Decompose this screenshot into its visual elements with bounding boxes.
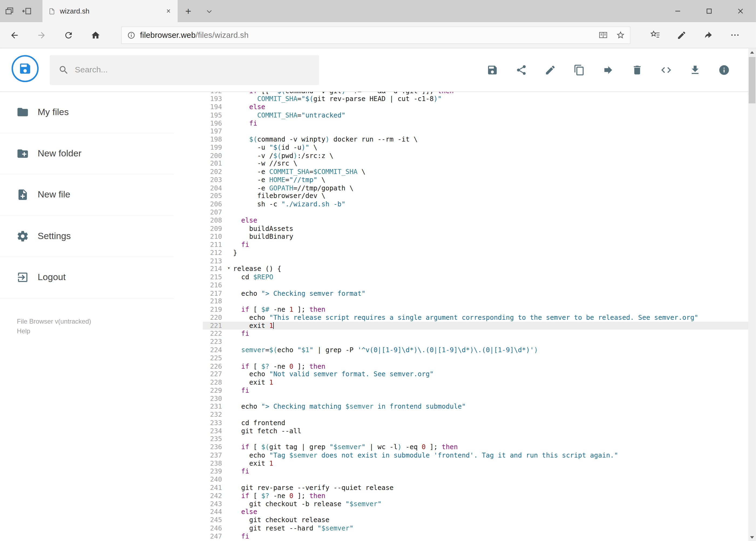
code-line[interactable]: 206 sh -c "./wizard.sh -b" (203, 200, 748, 208)
code-line[interactable]: 246 git reset --hard "$semver" (203, 524, 748, 532)
info-button[interactable] (718, 64, 730, 76)
code-line[interactable]: 237 echo "Tag $semver does not exist in … (203, 451, 748, 459)
more-actions-button[interactable] (725, 25, 745, 45)
back-button[interactable] (5, 25, 24, 45)
home-button[interactable] (86, 25, 105, 45)
code-line[interactable]: 193 COMMIT_SHA="$(git rev-parse HEAD | c… (203, 95, 748, 103)
search-box[interactable] (50, 55, 319, 85)
code-line[interactable]: 198 $(command -v winpty) docker run --rm… (203, 135, 748, 144)
window-close-button[interactable] (725, 0, 756, 22)
code-line[interactable]: 229 fi (203, 386, 748, 394)
code-editor[interactable]: 192 if [[ "$(command -v git)" != "" && -… (203, 92, 748, 541)
code-line[interactable]: 208 else (203, 216, 748, 225)
code-line[interactable]: 195 COMMIT_SHA="untracked" (203, 111, 748, 119)
tabs-you-set-aside-button[interactable] (0, 0, 18, 22)
share-button[interactable] (698, 25, 718, 45)
forward-button[interactable] (32, 25, 51, 45)
code-line[interactable]: 230 (203, 394, 748, 402)
refresh-button[interactable] (59, 25, 78, 45)
help-link[interactable]: Help (17, 326, 91, 336)
download-button[interactable] (689, 64, 701, 76)
code-line[interactable]: 234 git fetch --all (203, 427, 748, 435)
code-line[interactable]: 236 if [ $(git tag | grep "$semver" | wc… (203, 443, 748, 451)
code-line[interactable]: 233 cd frontend (203, 419, 748, 427)
reading-view-button[interactable] (594, 27, 612, 43)
web-note-button[interactable] (671, 25, 692, 45)
code-line[interactable]: 239 fi (203, 467, 748, 475)
code-line[interactable]: 200 -v /$(pwd):/src:z \ (203, 152, 748, 160)
code-line[interactable]: 196 fi (203, 119, 748, 127)
code-line[interactable]: 192 if [[ "$(command -v git)" != "" && -… (203, 92, 748, 95)
code-button[interactable] (660, 64, 672, 76)
code-line[interactable]: 225 (203, 354, 748, 362)
code-line[interactable]: 212} (203, 249, 748, 257)
code-line[interactable]: 209 buildAssets (203, 225, 748, 233)
site-info-button[interactable] (123, 27, 140, 43)
code-line[interactable]: 242 if [ $? -ne 0 ]; then (203, 492, 748, 500)
delete-button[interactable] (631, 64, 643, 76)
scrollbar-thumb[interactable] (749, 57, 755, 104)
code-line[interactable]: 244 else (203, 508, 748, 516)
code-line[interactable]: 235 (203, 435, 748, 443)
app-logo[interactable] (12, 55, 39, 82)
new-tab-button[interactable]: + (177, 0, 199, 22)
code-line[interactable]: 194 else (203, 103, 748, 111)
tab-close-button[interactable]: × (162, 5, 175, 18)
code-line[interactable]: 205 filebrowser/dev \ (203, 192, 748, 200)
scroll-up-button[interactable] (748, 48, 756, 56)
window-minimize-button[interactable] (662, 0, 693, 22)
code-line[interactable]: 211 fi (203, 241, 748, 249)
code-line[interactable]: 232 (203, 410, 748, 419)
code-line[interactable]: 243 git checkout -b release "$semver" (203, 500, 748, 508)
code-line[interactable]: 210 buildBinary (203, 233, 748, 241)
code-line[interactable]: 221 exit 1 (203, 322, 748, 330)
code-line[interactable]: 202 -e COMMIT_SHA=$COMMIT_SHA \ (203, 168, 748, 176)
copy-button[interactable] (574, 64, 585, 76)
code-line[interactable]: 197 (203, 127, 748, 135)
browser-tab[interactable]: wizard.sh × (42, 0, 177, 22)
hub-favorites-button[interactable] (645, 25, 665, 45)
code-line[interactable]: 214▾release () { (203, 265, 748, 273)
sidebar-item-new-folder[interactable]: New folder (0, 133, 174, 175)
sidebar-item-my-files[interactable]: My files (0, 92, 174, 133)
url-text[interactable]: filebrowser.web/files/wizard.sh (140, 31, 594, 40)
scroll-down-button[interactable] (748, 533, 756, 541)
code-line[interactable]: 215 cd $REPO (203, 273, 748, 281)
code-line[interactable]: 207 (203, 208, 748, 216)
search-input[interactable] (75, 65, 319, 75)
window-maximize-button[interactable] (693, 0, 724, 22)
code-line[interactable]: 217 echo "> Checking semver format" (203, 289, 748, 297)
code-line[interactable]: 238 exit 1 (203, 459, 748, 467)
code-line[interactable]: 245 git checkout release (203, 516, 748, 524)
tab-preview-toggle-button[interactable] (199, 0, 219, 22)
share-button[interactable] (516, 64, 527, 76)
code-line[interactable]: 224 semver=$(echo "$1" | grep -P '^v(0|[… (203, 346, 748, 354)
code-line[interactable]: 204 -e GOPATH=//tmp/gopath \ (203, 184, 748, 192)
code-line[interactable]: 213 (203, 257, 748, 265)
code-line[interactable]: 219 if [ $# -ne 1 ]; then (203, 305, 748, 313)
code-line[interactable]: 227 echo "Not valid semver format. See s… (203, 370, 748, 378)
address-bar[interactable]: filebrowser.web/files/wizard.sh (121, 26, 630, 44)
sidebar-item-settings[interactable]: Settings (0, 216, 174, 257)
code-line[interactable]: 201 -w //src \ (203, 160, 748, 168)
code-line[interactable]: 240 (203, 475, 748, 483)
save-button[interactable] (487, 64, 498, 76)
code-line[interactable]: 216 (203, 281, 748, 289)
set-tabs-aside-button[interactable] (18, 0, 36, 22)
code-line[interactable]: 222 fi (203, 330, 748, 338)
code-line[interactable]: 220 echo "This release script requires a… (203, 313, 748, 322)
add-favorite-button[interactable] (612, 27, 629, 43)
code-line[interactable]: 231 echo "> Checking matching $semver in… (203, 402, 748, 410)
code-line[interactable]: 228 exit 1 (203, 378, 748, 386)
code-line[interactable]: 218 (203, 297, 748, 305)
code-line[interactable]: 241 git rev-parse --verify --quiet relea… (203, 483, 748, 492)
code-line[interactable]: 247 fi (203, 532, 748, 540)
page-scrollbar[interactable] (748, 48, 756, 541)
code-line[interactable]: 203 -e HOME="//tmp" \ (203, 176, 748, 184)
code-line[interactable]: 199 -u "$(id -u)" \ (203, 144, 748, 152)
fold-toggle-icon[interactable]: ▾ (227, 265, 230, 272)
move-button[interactable] (603, 64, 614, 76)
sidebar-item-new-file[interactable]: New file (0, 175, 174, 216)
code-line[interactable]: 223 (203, 338, 748, 346)
code-line[interactable]: 226 if [ $? -ne 0 ]; then (203, 362, 748, 370)
